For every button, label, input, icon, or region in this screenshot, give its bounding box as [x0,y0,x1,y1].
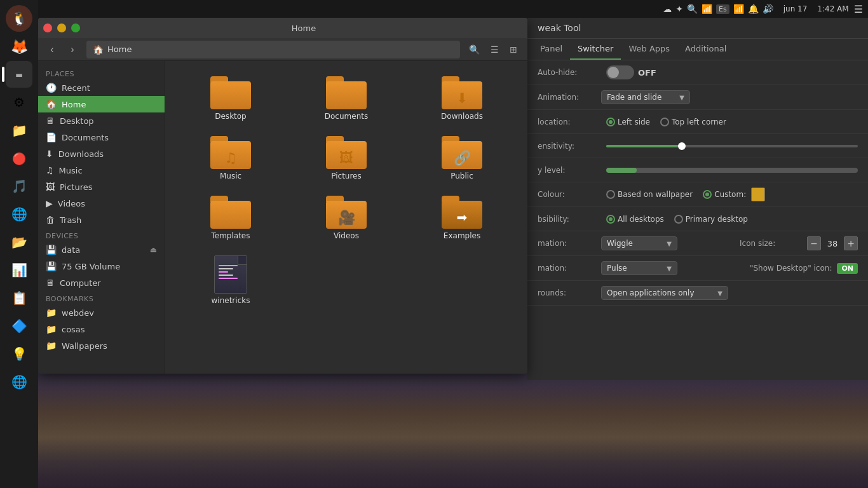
videos-folder-item[interactable]: 🎥 Videos [291,191,402,245]
switcher-tab[interactable]: Switcher [570,39,621,60]
minimize-button[interactable]: − [57,24,66,32]
auto-hide-toggle[interactable]: OFF [606,65,656,79]
search-button[interactable]: 🔍 [465,41,483,58]
sidebar-item-75gb[interactable]: 💾 75 GB Volume [38,258,165,274]
additional-tab[interactable]: Additional [677,39,734,60]
show-desktop-control: "Show Desktop" icon: ON [750,263,858,274]
examples-folder-item[interactable]: ➡ Examples [407,191,517,245]
settings-dock-icon[interactable]: ⚙️ [6,89,32,116]
usb-dock-icon[interactable]: 💡 [6,341,32,367]
color-swatch[interactable] [751,187,765,201]
colour-custom-radio[interactable] [703,190,712,199]
wifi-icon[interactable]: 📶 [702,4,712,14]
visibility-primary-option[interactable]: Primary desktop [674,215,748,224]
back-button[interactable]: ‹ [43,41,61,58]
sidebar-item-data[interactable]: 💾 data ⏏ [38,241,165,258]
cloud-icon[interactable]: ☁ [663,4,672,14]
colour-custom-option[interactable]: Custom: [703,187,765,201]
devices-section-title: Devices [38,228,165,241]
pictures-folder-item[interactable]: 🖼 Pictures [291,131,402,186]
templates-folder-label: Templates [211,231,250,240]
settings-tray-icon[interactable]: ✦ [675,4,683,14]
sidebar-item-recent[interactable]: 🕐 Recent [38,79,165,96]
visibility-all-radio[interactable] [606,215,615,224]
templates-folder-icon [210,196,251,229]
search-tray-icon[interactable]: 🔍 [687,4,698,14]
notification-icon[interactable]: 🔔 [748,4,759,14]
clipboard-dock-icon[interactable]: 📋 [6,285,32,311]
ubuntu-dock-icon[interactable]: 🐧 [6,5,32,32]
eject-icon[interactable]: ⏏ [150,245,157,254]
view-toggle: ☰ ⊞ [485,41,522,58]
downloads-folder-item[interactable]: ⬇ Downloads [407,71,517,126]
monitor-dock-icon[interactable]: 📊 [6,257,32,283]
downloads-folder-icon: ⬇ [442,76,482,109]
toggle-track[interactable] [606,65,634,79]
sensitivity-row: ensitivity: [527,134,868,158]
visibility-all-option[interactable]: All desktops [606,215,664,224]
location-topleft-option[interactable]: Top left corner [660,118,726,126]
wiggle-label: mation: [538,239,601,248]
winetricks-file-item[interactable]: winetricks [175,250,286,310]
folder-dock-icon[interactable]: 📂 [6,229,32,255]
sensitivity-slider[interactable] [606,145,858,147]
documents-icon: 📄 [46,132,57,142]
templates-folder-item[interactable]: Templates [175,191,286,245]
show-desktop-label: "Show Desktop" icon: [750,264,832,273]
sidebar-item-music[interactable]: ♫ Music [38,162,165,179]
sidebar-item-downloads[interactable]: ⬇ Downloads [38,146,165,162]
close-button[interactable]: ✕ [43,24,52,32]
music-dock-icon[interactable]: 🎵 [6,173,32,200]
trash-icon: 🗑 [46,215,55,225]
sidebar-item-home[interactable]: 🏠 Home [38,96,165,112]
forward-button[interactable]: › [64,41,81,58]
firefox-dock-icon[interactable]: 🦊 [6,33,32,60]
pulse-dropdown[interactable]: Pulse ▼ [601,261,677,275]
sidebar-item-trash[interactable]: 🗑 Trash [38,212,165,228]
documents-folder-item[interactable]: Documents [291,71,402,126]
public-folder-item[interactable]: 🔗 Public [407,131,517,186]
sidebar-item-pictures[interactable]: 🖼 Pictures [38,179,165,195]
sidebar-item-webdev[interactable]: 📁 webdev [38,304,165,321]
music-folder-item[interactable]: ♫ Music [175,131,286,186]
backgrounds-dropdown[interactable]: Open applications only ▼ [601,286,728,300]
location-left-radio[interactable] [606,118,615,126]
colour-wallpaper-radio[interactable] [606,190,615,199]
sidebar-item-cosas[interactable]: 📁 cosas [38,321,165,337]
sidebar-item-videos[interactable]: ▶ Videos [38,195,165,212]
icon-size-decrease[interactable]: − [807,236,821,250]
location-bar[interactable]: 🏠 Home [86,41,460,58]
sidebar-item-computer[interactable]: 🖥 Computer [38,274,165,291]
sidebar-label-trash: Trash [60,215,81,225]
fm-toolbar: ‹ › 🏠 Home 🔍 ☰ ⊞ [38,38,527,61]
keyboard-lang[interactable]: Es [716,4,729,14]
icon-size-increase[interactable]: + [844,236,858,250]
list-view-button[interactable]: ☰ [485,41,503,58]
pulse-row: mation: Pulse ▼ "Show Desktop" icon: ON [527,256,868,281]
burpsuite-dock-icon[interactable]: 🔴 [6,145,32,172]
location-topleft-radio[interactable] [660,118,669,126]
webapps-tab[interactable]: Web Apps [621,39,677,60]
chrome-dock-icon[interactable]: 🌐 [6,201,32,227]
location-left-option[interactable]: Left side [606,118,650,126]
visibility-primary-radio[interactable] [674,215,683,224]
terminal-dock-icon[interactable]: ▬ [6,61,32,88]
wiggle-dropdown[interactable]: Wiggle ▼ [601,236,677,250]
sidebar-item-wallpapers[interactable]: 📁 Wallpapers [38,337,165,354]
menu-icon[interactable]: ☰ [854,3,863,15]
animation-dropdown[interactable]: Fade and slide ▼ [601,90,690,104]
panel-tab[interactable]: Panel [532,39,570,60]
system-tray: ☁ ✦ 🔍 📶 Es 📶 🔔 🔊 [663,4,773,14]
grid-view-button[interactable]: ⊞ [505,41,522,58]
files-dock-icon[interactable]: 📁 [6,117,32,144]
appstore-dock-icon[interactable]: 🔷 [6,313,32,339]
volume-icon[interactable]: 🔊 [763,4,773,14]
colour-wallpaper-option[interactable]: Based on wallpaper [606,190,693,199]
show-desktop-badge[interactable]: ON [837,263,858,274]
bluetooth-icon[interactable]: 📶 [733,4,744,14]
sidebar-item-documents[interactable]: 📄 Documents [38,129,165,146]
desktop-folder-item[interactable]: Desktop [175,71,286,126]
sidebar-item-desktop[interactable]: 🖥 Desktop [38,112,165,129]
globe-dock-icon[interactable]: 🌐 [6,369,32,395]
maximize-button[interactable]: □ [71,24,80,32]
